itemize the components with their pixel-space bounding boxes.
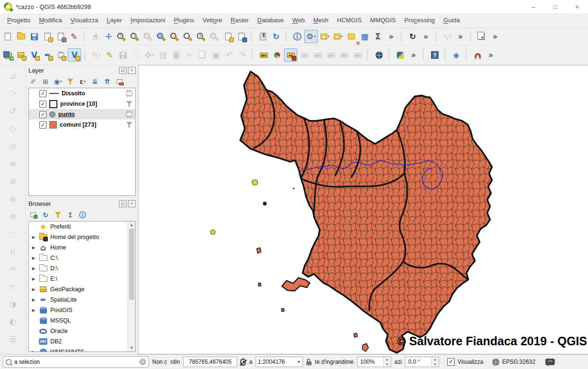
new-shapefile-layer-icon[interactable]: V [28, 49, 40, 61]
browser-item-preferiti[interactable]: ★Preferiti [29, 221, 135, 232]
browser-scrollbar[interactable]: ▲ ▼ [128, 221, 135, 351]
menu-mesh[interactable]: Mesh [309, 13, 333, 28]
collapse-browser-icon[interactable]: ↥ [64, 210, 76, 220]
data-source-manager-icon[interactable] [1, 49, 14, 61]
map-canvas[interactable]: © Salvatore Fiandaca 2019 - QGIS [138, 65, 588, 354]
expand-arrow-icon[interactable]: ▶ [31, 277, 36, 281]
toolbar-overflow-3-icon[interactable]: » [454, 30, 467, 43]
menu-impostazioni[interactable]: Impostazioni [126, 13, 169, 28]
layer-diagram-icon[interactable] [271, 49, 283, 61]
layer-checkbox[interactable]: ✓ [39, 90, 46, 97]
expand-arrow-icon[interactable]: ▶ [31, 256, 36, 260]
identify-features-icon[interactable]: ⓘ [291, 30, 303, 43]
browser-item-d-[interactable]: ▶D:\ [29, 263, 135, 274]
locator-search-input[interactable]: a selezion ✕ [3, 356, 149, 368]
rotation-spinner[interactable]: 0,0 ° ▲▼ [405, 357, 439, 367]
spin-up-icon[interactable]: ▲ [384, 357, 391, 362]
filter-legend-icon[interactable] [64, 76, 76, 87]
spin-down-icon[interactable]: ▼ [432, 362, 439, 367]
scale-lock-icon[interactable] [306, 361, 312, 365]
python-console-icon[interactable] [394, 49, 406, 61]
expand-all-icon[interactable]: ⇊ [89, 76, 101, 87]
expand-arrow-icon[interactable]: ▶ [31, 287, 36, 292]
select-features-icon[interactable]: ▾ [319, 30, 331, 43]
scroll-down-icon[interactable]: ▼ [128, 344, 135, 351]
open-attribute-table-icon[interactable]: ▦ [358, 30, 371, 43]
toolbar-overflow-2-icon[interactable]: » [420, 30, 432, 43]
maximize-button[interactable]: □ [544, 0, 566, 13]
layer-item-comuni[interactable]: ✓comuni [273] [29, 120, 135, 130]
browser-item-geopackage[interactable]: ▶GeoPackage [29, 284, 135, 295]
menu-vettore[interactable]: Vettore [198, 13, 226, 28]
browser-item-oracle[interactable]: Oracle [29, 326, 135, 336]
toolbar-overflow-icon[interactable]: » [385, 30, 397, 43]
save-project-icon[interactable] [28, 30, 40, 43]
menu-plugins[interactable]: Plugins [169, 13, 198, 28]
refresh-browser-icon[interactable]: ↻ [40, 210, 51, 220]
remove-layer-icon[interactable] [114, 76, 125, 87]
layers-float-icon[interactable]: ◱ [119, 67, 127, 74]
scale-combo[interactable]: 1:2004176 ▼ [256, 357, 303, 367]
browser-item-e-[interactable]: ▶E:\ [29, 274, 135, 284]
scroll-up-icon[interactable]: ▲ [128, 221, 135, 229]
open-layer-styling-icon[interactable]: ✐ [28, 76, 39, 87]
reload-plugins-icon[interactable]: ↻ [406, 30, 419, 43]
layer-item-punto[interactable]: ✓punto [29, 109, 135, 120]
select-by-value-icon[interactable]: ▾ [332, 30, 344, 43]
coordinate-input[interactable]: 785765,4676405 [183, 357, 237, 367]
new-print-layout-icon[interactable] [41, 30, 54, 43]
menu-guida[interactable]: Guida [439, 13, 464, 28]
toolbar-overflow-5-icon[interactable]: » [407, 49, 420, 61]
menu-hcmgis[interactable]: HCMGIS [333, 13, 366, 28]
filter-browser-icon[interactable] [52, 210, 64, 220]
zoom-to-layer-icon[interactable] [182, 30, 194, 43]
toolbar-overflow-4-icon[interactable]: » [489, 30, 501, 43]
new-virtual-layer-icon[interactable]: V [68, 48, 81, 62]
deselect-all-icon[interactable] [345, 30, 358, 43]
expand-arrow-icon[interactable]: ▶ [31, 350, 36, 352]
menu-progetto[interactable]: Progetto [3, 13, 35, 28]
open-project-icon[interactable] [15, 30, 27, 43]
expand-arrow-icon[interactable]: ▶ [31, 308, 36, 313]
layer-item-province[interactable]: ✓province [10] [29, 99, 135, 109]
expand-arrow-icon[interactable]: ▶ [31, 266, 36, 271]
layer-labeling-icon[interactable]: abc [257, 49, 270, 61]
zoom-last-icon[interactable]: ◂ [195, 30, 208, 43]
layout-manager-icon[interactable] [55, 30, 67, 43]
expand-arrow-icon[interactable]: ▶ [31, 235, 36, 240]
layer-checkbox[interactable]: ✓ [39, 121, 46, 129]
pan-map-icon[interactable]: ☝ [89, 30, 101, 43]
menu-layer[interactable]: Layer [102, 13, 127, 28]
browser-item-mssql[interactable]: MSSQL [29, 315, 135, 326]
new-memory-layer-icon[interactable] [55, 49, 67, 61]
browser-item-c-[interactable]: ▶C:\ [29, 253, 135, 263]
filter-by-expression-icon[interactable]: ε▾ [77, 76, 88, 87]
menu-mmqgis[interactable]: MMQGIS [366, 13, 400, 28]
lat-lon-tools-icon[interactable] [476, 30, 488, 43]
magnifier-spinner[interactable]: 100% ▲▼ [357, 357, 391, 367]
refresh-map-icon[interactable]: ↻ [270, 30, 282, 43]
collapse-all-icon[interactable]: ⇈ [101, 76, 113, 87]
zoom-full-icon[interactable] [156, 30, 168, 43]
menu-raster[interactable]: Raster [226, 13, 253, 28]
osm-place-search-icon[interactable] [373, 49, 385, 61]
new-print-layout-2-icon[interactable] [222, 30, 234, 43]
browser-item-home[interactable]: ▶⌂Home [29, 242, 135, 253]
toggle-editing-icon[interactable]: ✎ [103, 49, 116, 61]
expand-arrow-icon[interactable]: ▶ [31, 297, 36, 302]
zoom-to-selection-icon[interactable] [169, 30, 181, 43]
spin-down-icon[interactable]: ▼ [384, 362, 391, 367]
minimize-button[interactable]: – [523, 0, 544, 13]
browser-close-icon[interactable]: × [128, 200, 136, 207]
add-group-icon[interactable]: ⊞ [40, 76, 51, 87]
add-selected-layers-icon[interactable] [28, 210, 39, 220]
pan-to-selection-icon[interactable]: ✛ [102, 30, 115, 43]
menu-web[interactable]: Web [288, 13, 309, 28]
menu-modifica[interactable]: Modifica [35, 13, 66, 28]
render-checkbox[interactable]: ✓ [447, 358, 455, 366]
layout-manager-2-icon[interactable] [235, 30, 248, 43]
spin-up-icon[interactable]: ▲ [432, 357, 439, 362]
messages-icon[interactable]: ··· [545, 359, 555, 365]
browser-float-icon[interactable]: ◱ [119, 200, 127, 207]
layer-checkbox[interactable]: ✓ [39, 101, 46, 108]
